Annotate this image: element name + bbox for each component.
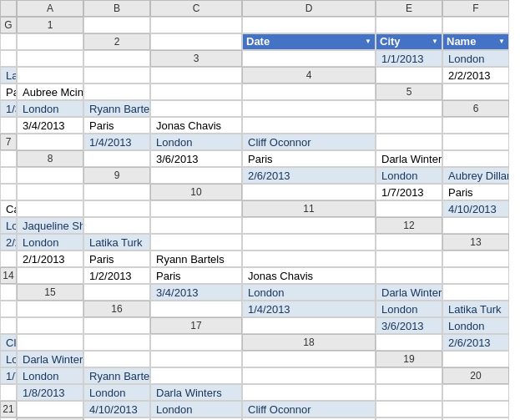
header-city[interactable]: City▼ [376,33,442,50]
cell-date-7: 1/4/2013 [83,134,150,150]
cell-name-17: Cliff Oconnor [0,334,17,351]
date-dropdown-icon[interactable]: ▼ [365,35,371,48]
cell-e-19 [150,367,242,384]
cell-name-6: Jonas Chavis [150,117,242,134]
cell-name-1 [376,17,442,33]
cell-name-15: Darla Winters [376,284,442,301]
cell-date-17: 3/6/2013 [376,317,442,334]
cell-a-13 [0,250,17,267]
cell-f-15 [0,301,17,317]
cell-date-4: 2/2/2013 [442,67,509,83]
cell-f-11 [150,217,242,234]
cell-name-12: Latika Turk [83,234,150,250]
row-number-7: 7 [0,134,17,150]
cell-a-9 [150,167,242,184]
cell-g-8 [17,167,83,184]
cell-city-5: London [17,100,83,117]
cell-name-20: Darla Winters [150,384,242,401]
col-header-G: G [0,17,17,33]
row-number-14: 14 [0,267,17,284]
cell-f-2 [17,50,83,67]
cell-e-16 [0,317,17,334]
cell-g-10 [150,200,242,217]
cell-a-3 [242,50,376,67]
cell-e-20 [242,384,376,401]
header-name-label: Name [447,35,476,48]
cell-city-8: Paris [242,150,376,167]
cell-e-10 [17,200,83,217]
row-number-10: 10 [150,184,242,200]
cell-g-12 [376,234,442,250]
col-header-B: B [83,0,150,17]
cell-name-16: Latika Turk [442,301,509,317]
header-name[interactable]: Name▼ [442,33,509,50]
row-number-5: 5 [376,83,442,100]
cell-f-13 [376,250,442,267]
header-date[interactable]: Date▼ [242,33,376,50]
cell-city-13: Paris [83,250,150,267]
cell-date-18: 2/6/2013 [442,334,509,351]
cell-g-2 [83,50,150,67]
cell-city-11: London [0,217,17,234]
row-number-3: 3 [150,50,242,67]
cell-date-11: 4/10/2013 [442,200,509,217]
cell-e-4 [83,83,150,100]
col-header-F: F [442,0,509,17]
cell-g-5 [376,100,442,117]
cell-g-3 [150,67,242,83]
cell-name-8: Darla Winters [376,150,442,167]
cell-date-15: 3/4/2013 [150,284,242,301]
cell-city-14: Paris [150,267,242,284]
cell-a-12 [442,217,509,234]
row-number-16: 16 [83,301,150,317]
col-header-D: D [242,0,376,17]
cell-date-1 [150,17,242,33]
city-dropdown-icon[interactable]: ▼ [432,35,438,48]
cell-city-15: London [242,284,376,301]
cell-name-21: Cliff Oconnor [242,401,376,417]
cell-g-6 [442,117,509,134]
header-city-label: City [380,35,401,48]
cell-a-20 [0,384,17,401]
cell-date-5: 1/3/2013 [0,100,17,117]
cell-e-18 [83,351,150,367]
row-number-19: 19 [376,351,442,367]
cell-a-16 [150,301,242,317]
cell-name-9: Aubrey Dillard [442,167,509,184]
cell-e-6 [242,117,376,134]
cell-e-21 [376,401,442,417]
cell-g-11 [242,217,376,234]
cell-f-14 [442,267,509,284]
cell-a-4 [376,67,442,83]
cell-f-4 [150,83,242,100]
row-number-9: 9 [83,167,150,184]
cell-a-21 [17,401,83,417]
row-number-13: 13 [442,234,509,250]
cell-f-9 [17,184,83,200]
name-dropdown-icon[interactable]: ▼ [498,35,505,48]
cell-name-7: Cliff Oconnor [242,134,376,150]
row-number-12: 12 [376,217,442,234]
cell-e-3 [17,67,83,83]
cell-g-20 [442,384,509,401]
cell-e-9 [0,184,17,200]
cell-a-10 [242,184,376,200]
cell-name-3: Latika Turk [0,67,17,83]
cell-f-20 [376,384,442,401]
cell-f-17 [83,334,150,351]
cell-e-11 [83,217,150,234]
cell-f-16 [17,317,83,334]
cell-g-4 [242,83,376,100]
cell-city-21: London [150,401,242,417]
cell-a-6 [0,117,17,134]
col-header-E: E [376,0,442,17]
cell-city-9: London [376,167,442,184]
cell-date-3: 1/1/2013 [376,50,442,67]
cell-a-17 [242,317,376,334]
row-number-6: 6 [442,100,509,117]
cell-name-11: Jaqueline Shorter [17,217,83,234]
cell-name-5: Ryann Bartels [83,100,150,117]
cell-f-8 [0,167,17,184]
cell-e-2 [0,50,17,67]
cell-g-15 [17,301,83,317]
